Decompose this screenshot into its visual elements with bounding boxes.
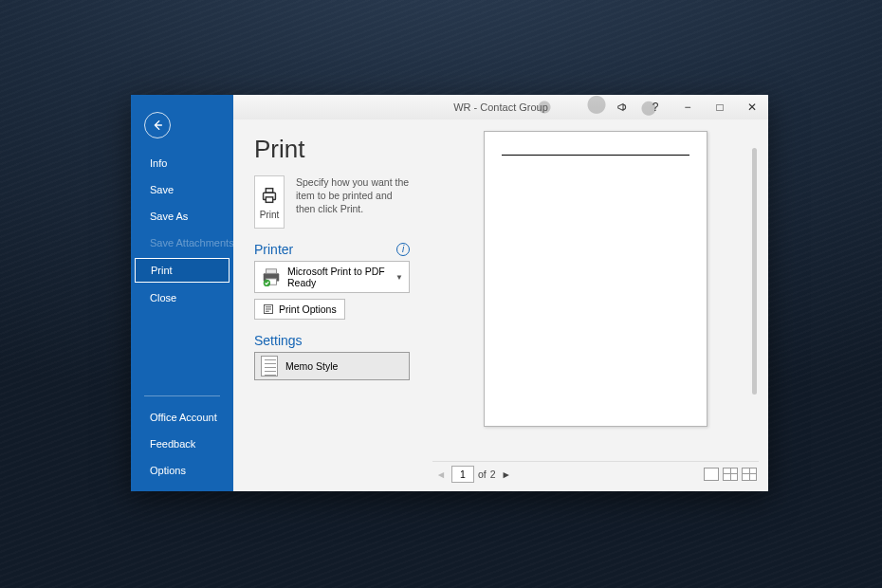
chevron-down-icon: ▼	[395, 273, 403, 282]
page-of-label: of	[478, 469, 487, 480]
sidebar-item-office-account[interactable]: Office Account	[131, 404, 233, 431]
sidebar-item-save[interactable]: Save	[131, 176, 233, 203]
svg-rect-2	[266, 196, 272, 202]
sidebar-bottom-group: Office Account Feedback Options	[131, 388, 233, 491]
sidebar-item-print[interactable]: Print	[135, 258, 230, 283]
preview-viewport	[432, 131, 759, 461]
print-options-label: Print Options	[279, 303, 337, 315]
print-preview-area: ◄ of 2 ►	[423, 119, 768, 491]
window-titlebar: WR - Contact Group ? − □ ✕	[233, 95, 768, 119]
main-area: WR - Contact Group ? − □ ✕ Print	[233, 95, 768, 491]
print-options-button[interactable]: Print Options	[254, 299, 345, 320]
printer-status: Ready	[287, 277, 385, 288]
print-description: Specify how you want the item to be prin…	[296, 175, 410, 229]
printer-dropdown[interactable]: Microsoft Print to PDF Ready ▼	[254, 261, 410, 293]
print-button-label: Print	[260, 210, 280, 220]
window-title-text: WR - Contact Group	[453, 101, 548, 113]
sidebar-separator	[144, 395, 220, 396]
printer-device-icon	[261, 266, 282, 287]
page-title: Print	[254, 135, 410, 164]
backstage-sidebar: Info Save Save As Save Attachments Print…	[131, 95, 233, 491]
preview-scrollbar[interactable]	[752, 148, 757, 395]
printer-icon	[259, 185, 280, 206]
svg-rect-1	[266, 188, 272, 193]
arrow-left-icon	[151, 119, 164, 132]
settings-section-heading: Settings	[254, 333, 303, 348]
back-button[interactable]	[144, 112, 171, 138]
sidebar-item-close[interactable]: Close	[131, 285, 233, 311]
print-style-label: Memo Style	[285, 360, 338, 372]
backstage-window: Info Save Save As Save Attachments Print…	[131, 95, 768, 491]
preview-page	[484, 131, 707, 427]
printer-info-icon[interactable]: i	[396, 243, 410, 256]
preview-content-line	[502, 155, 689, 156]
printer-section-heading: Printer	[254, 242, 293, 257]
page-count: 2	[490, 469, 496, 480]
printer-name: Microsoft Print to PDF	[287, 266, 385, 277]
options-icon	[263, 303, 274, 315]
zoom-multi-page-button[interactable]	[742, 468, 757, 481]
svg-rect-4	[266, 269, 277, 274]
prev-page-button: ◄	[434, 469, 448, 480]
close-button[interactable]: ✕	[736, 95, 768, 119]
maximize-button[interactable]: □	[704, 95, 736, 119]
next-page-button[interactable]: ►	[500, 469, 513, 480]
sidebar-item-save-as[interactable]: Save As	[131, 203, 233, 230]
sidebar-item-save-attachments: Save Attachments	[131, 230, 233, 256]
megaphone-icon	[616, 101, 630, 114]
memo-style-icon	[261, 356, 278, 377]
megaphone-button[interactable]	[607, 95, 639, 119]
sidebar-item-feedback[interactable]: Feedback	[131, 431, 233, 457]
sidebar-item-options[interactable]: Options	[131, 457, 233, 484]
help-button[interactable]: ?	[639, 95, 671, 119]
print-settings-column: Print Print Specify how you want the ite…	[233, 119, 423, 491]
desktop-wallpaper: Info Save Save As Save Attachments Print…	[0, 0, 882, 588]
print-button[interactable]: Print	[254, 175, 285, 229]
zoom-whole-page-button[interactable]	[723, 468, 738, 481]
page-number-input[interactable]	[451, 466, 474, 483]
minimize-button[interactable]: −	[671, 95, 704, 119]
zoom-actual-button[interactable]	[704, 468, 719, 481]
preview-footer: ◄ of 2 ►	[432, 461, 759, 486]
print-style-dropdown[interactable]: Memo Style	[254, 352, 410, 380]
content-area: Print Print Specify how you want the ite…	[233, 119, 768, 491]
sidebar-item-info[interactable]: Info	[131, 150, 233, 176]
